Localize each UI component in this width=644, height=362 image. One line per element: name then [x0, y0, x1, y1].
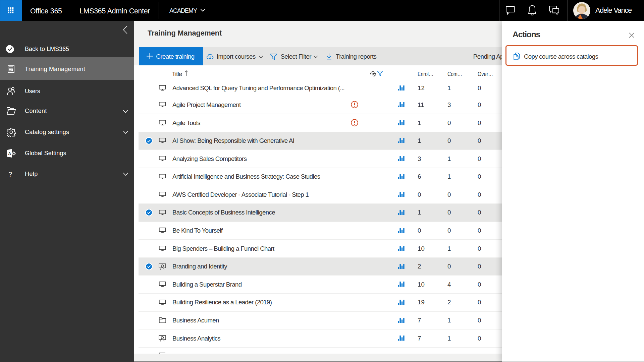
svg-text:A: A [8, 151, 11, 156]
